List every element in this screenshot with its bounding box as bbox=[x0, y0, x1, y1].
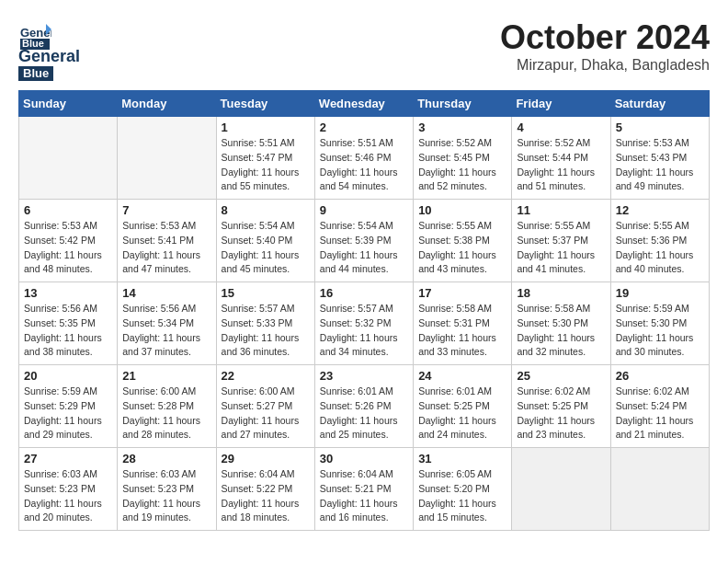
day-number: 28 bbox=[122, 452, 210, 465]
calendar-cell: 28Sunrise: 6:03 AM Sunset: 5:23 PM Dayli… bbox=[118, 448, 216, 531]
day-info: Sunrise: 6:04 AM Sunset: 5:21 PM Dayligh… bbox=[320, 467, 408, 525]
col-header-thursday: Thursday bbox=[414, 91, 512, 117]
calendar-cell: 24Sunrise: 6:01 AM Sunset: 5:25 PM Dayli… bbox=[414, 365, 512, 448]
col-header-saturday: Saturday bbox=[610, 91, 709, 117]
calendar-cell: 27Sunrise: 6:03 AM Sunset: 5:23 PM Dayli… bbox=[19, 448, 118, 531]
calendar-cell: 13Sunrise: 5:56 AM Sunset: 5:35 PM Dayli… bbox=[19, 282, 118, 365]
day-number: 13 bbox=[24, 286, 112, 300]
calendar-cell: 11Sunrise: 5:55 AM Sunset: 5:37 PM Dayli… bbox=[512, 200, 610, 282]
calendar-cell: 16Sunrise: 5:57 AM Sunset: 5:32 PM Dayli… bbox=[314, 282, 413, 365]
day-number: 30 bbox=[320, 452, 408, 465]
day-info: Sunrise: 6:03 AM Sunset: 5:23 PM Dayligh… bbox=[24, 467, 112, 525]
day-info: Sunrise: 5:58 AM Sunset: 5:30 PM Dayligh… bbox=[517, 302, 605, 360]
logo: General Blue General Blue bbox=[18, 18, 80, 81]
col-header-sunday: Sunday bbox=[19, 91, 118, 117]
calendar-cell: 1Sunrise: 5:51 AM Sunset: 5:47 PM Daylig… bbox=[216, 117, 314, 200]
day-number: 6 bbox=[24, 203, 112, 217]
calendar-cell: 10Sunrise: 5:55 AM Sunset: 5:38 PM Dayli… bbox=[414, 200, 512, 282]
day-number: 21 bbox=[122, 369, 210, 383]
day-number: 23 bbox=[320, 369, 408, 383]
calendar-cell: 20Sunrise: 5:59 AM Sunset: 5:29 PM Dayli… bbox=[19, 365, 118, 448]
calendar-cell: 5Sunrise: 5:53 AM Sunset: 5:43 PM Daylig… bbox=[610, 117, 709, 200]
header-row: SundayMondayTuesdayWednesdayThursdayFrid… bbox=[19, 91, 710, 117]
day-number: 27 bbox=[24, 452, 112, 465]
day-number: 18 bbox=[517, 286, 605, 300]
logo-general: General bbox=[18, 48, 80, 66]
day-info: Sunrise: 5:56 AM Sunset: 5:35 PM Dayligh… bbox=[24, 302, 112, 360]
day-info: Sunrise: 5:53 AM Sunset: 5:42 PM Dayligh… bbox=[24, 219, 112, 277]
day-info: Sunrise: 5:57 AM Sunset: 5:32 PM Dayligh… bbox=[320, 302, 408, 360]
calendar-cell: 26Sunrise: 6:02 AM Sunset: 5:24 PM Dayli… bbox=[610, 365, 709, 448]
day-number: 2 bbox=[320, 121, 408, 134]
calendar-cell: 6Sunrise: 5:53 AM Sunset: 5:42 PM Daylig… bbox=[19, 200, 118, 282]
calendar-cell: 15Sunrise: 5:57 AM Sunset: 5:33 PM Dayli… bbox=[216, 282, 314, 365]
calendar-cell: 30Sunrise: 6:04 AM Sunset: 5:21 PM Dayli… bbox=[314, 448, 413, 531]
day-info: Sunrise: 5:51 AM Sunset: 5:46 PM Dayligh… bbox=[320, 136, 408, 194]
calendar-cell bbox=[512, 448, 610, 531]
day-number: 10 bbox=[418, 203, 506, 217]
day-number: 3 bbox=[418, 121, 506, 134]
title-section: October 2024 Mirzapur, Dhaka, Bangladesh bbox=[500, 18, 710, 74]
day-info: Sunrise: 5:57 AM Sunset: 5:33 PM Dayligh… bbox=[222, 302, 310, 360]
day-info: Sunrise: 6:02 AM Sunset: 5:25 PM Dayligh… bbox=[517, 385, 605, 442]
calendar-cell: 12Sunrise: 5:55 AM Sunset: 5:36 PM Dayli… bbox=[610, 200, 709, 282]
day-info: Sunrise: 5:59 AM Sunset: 5:29 PM Dayligh… bbox=[24, 385, 112, 442]
day-number: 16 bbox=[320, 286, 408, 300]
calendar-cell: 22Sunrise: 6:00 AM Sunset: 5:27 PM Dayli… bbox=[216, 365, 314, 448]
calendar-table: SundayMondayTuesdayWednesdayThursdayFrid… bbox=[18, 90, 710, 531]
calendar-cell: 25Sunrise: 6:02 AM Sunset: 5:25 PM Dayli… bbox=[512, 365, 610, 448]
week-row-2: 6Sunrise: 5:53 AM Sunset: 5:42 PM Daylig… bbox=[19, 200, 710, 282]
logo-blue: Blue bbox=[18, 66, 53, 81]
calendar-cell: 23Sunrise: 6:01 AM Sunset: 5:26 PM Dayli… bbox=[314, 365, 413, 448]
day-number: 24 bbox=[418, 369, 506, 383]
day-number: 22 bbox=[222, 369, 310, 383]
day-info: Sunrise: 6:01 AM Sunset: 5:26 PM Dayligh… bbox=[320, 385, 408, 442]
calendar-cell: 31Sunrise: 6:05 AM Sunset: 5:20 PM Dayli… bbox=[414, 448, 512, 531]
week-row-1: 1Sunrise: 5:51 AM Sunset: 5:47 PM Daylig… bbox=[19, 117, 710, 200]
day-info: Sunrise: 6:02 AM Sunset: 5:24 PM Dayligh… bbox=[616, 385, 704, 442]
day-number: 29 bbox=[222, 452, 310, 465]
day-info: Sunrise: 5:56 AM Sunset: 5:34 PM Dayligh… bbox=[122, 302, 210, 360]
day-info: Sunrise: 6:01 AM Sunset: 5:25 PM Dayligh… bbox=[418, 385, 506, 442]
day-info: Sunrise: 6:03 AM Sunset: 5:23 PM Dayligh… bbox=[122, 467, 210, 525]
week-row-3: 13Sunrise: 5:56 AM Sunset: 5:35 PM Dayli… bbox=[19, 282, 710, 365]
calendar-cell: 18Sunrise: 5:58 AM Sunset: 5:30 PM Dayli… bbox=[512, 282, 610, 365]
day-number: 9 bbox=[320, 203, 408, 217]
calendar-cell bbox=[118, 117, 216, 200]
day-info: Sunrise: 5:51 AM Sunset: 5:47 PM Dayligh… bbox=[222, 136, 310, 194]
day-number: 8 bbox=[222, 203, 310, 217]
day-info: Sunrise: 5:52 AM Sunset: 5:44 PM Dayligh… bbox=[517, 136, 605, 194]
calendar-cell: 9Sunrise: 5:54 AM Sunset: 5:39 PM Daylig… bbox=[314, 200, 413, 282]
day-info: Sunrise: 5:58 AM Sunset: 5:31 PM Dayligh… bbox=[418, 302, 506, 360]
day-number: 15 bbox=[222, 286, 310, 300]
day-info: Sunrise: 6:00 AM Sunset: 5:28 PM Dayligh… bbox=[122, 385, 210, 442]
day-number: 25 bbox=[517, 369, 605, 383]
col-header-wednesday: Wednesday bbox=[314, 91, 413, 117]
calendar-cell bbox=[610, 448, 709, 531]
col-header-tuesday: Tuesday bbox=[216, 91, 314, 117]
day-info: Sunrise: 5:54 AM Sunset: 5:40 PM Dayligh… bbox=[222, 219, 310, 277]
calendar-cell: 7Sunrise: 5:53 AM Sunset: 5:41 PM Daylig… bbox=[118, 200, 216, 282]
day-info: Sunrise: 5:53 AM Sunset: 5:41 PM Dayligh… bbox=[122, 219, 210, 277]
calendar-cell: 19Sunrise: 5:59 AM Sunset: 5:30 PM Dayli… bbox=[610, 282, 709, 365]
day-info: Sunrise: 5:55 AM Sunset: 5:38 PM Dayligh… bbox=[418, 219, 506, 277]
calendar-cell: 2Sunrise: 5:51 AM Sunset: 5:46 PM Daylig… bbox=[314, 117, 413, 200]
calendar-cell: 14Sunrise: 5:56 AM Sunset: 5:34 PM Dayli… bbox=[118, 282, 216, 365]
day-number: 14 bbox=[122, 286, 210, 300]
day-info: Sunrise: 5:53 AM Sunset: 5:43 PM Dayligh… bbox=[616, 136, 704, 194]
day-number: 12 bbox=[616, 203, 704, 217]
day-info: Sunrise: 5:55 AM Sunset: 5:37 PM Dayligh… bbox=[517, 219, 605, 277]
day-number: 26 bbox=[616, 369, 704, 383]
location: Mirzapur, Dhaka, Bangladesh bbox=[500, 57, 710, 74]
calendar-cell: 17Sunrise: 5:58 AM Sunset: 5:31 PM Dayli… bbox=[414, 282, 512, 365]
col-header-monday: Monday bbox=[118, 91, 216, 117]
col-header-friday: Friday bbox=[512, 91, 610, 117]
day-info: Sunrise: 6:05 AM Sunset: 5:20 PM Dayligh… bbox=[418, 467, 506, 525]
calendar-cell bbox=[19, 117, 118, 200]
page-header: General Blue General Blue October 2024 M… bbox=[18, 18, 710, 81]
week-row-4: 20Sunrise: 5:59 AM Sunset: 5:29 PM Dayli… bbox=[19, 365, 710, 448]
day-number: 19 bbox=[616, 286, 704, 300]
week-row-5: 27Sunrise: 6:03 AM Sunset: 5:23 PM Dayli… bbox=[19, 448, 710, 531]
calendar-cell: 4Sunrise: 5:52 AM Sunset: 5:44 PM Daylig… bbox=[512, 117, 610, 200]
calendar-cell: 8Sunrise: 5:54 AM Sunset: 5:40 PM Daylig… bbox=[216, 200, 314, 282]
